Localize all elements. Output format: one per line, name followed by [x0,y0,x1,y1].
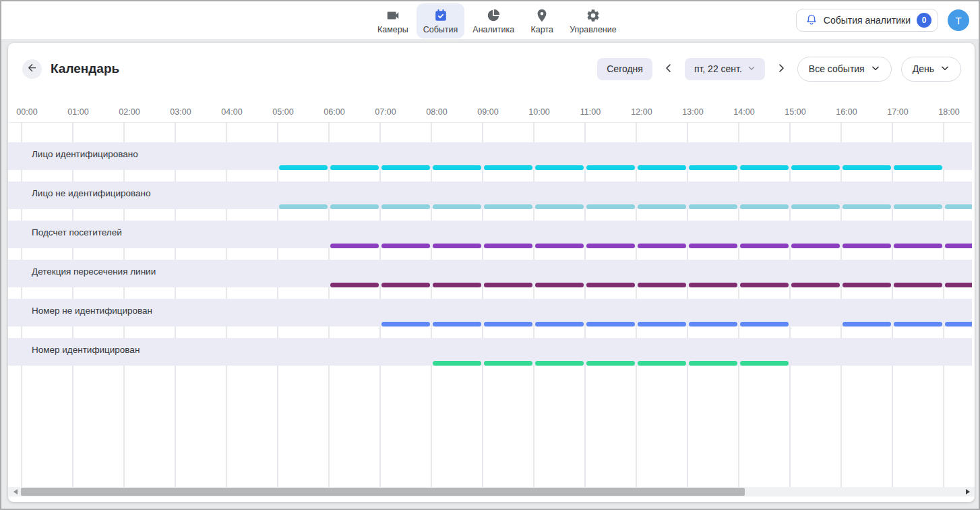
next-day-button[interactable] [774,61,788,77]
event-bar-segment[interactable] [586,322,635,327]
event-bar-segment[interactable] [381,165,430,170]
event-bar-segment[interactable] [484,244,532,248]
event-bar-segment[interactable] [381,204,430,209]
event-bar-segment[interactable] [894,204,942,209]
event-bar-segment[interactable] [791,165,840,170]
event-bar-segment[interactable] [740,361,789,366]
prev-day-button[interactable] [662,61,675,77]
user-avatar[interactable]: T [948,9,969,31]
event-bar-segment[interactable] [586,244,635,248]
horizontal-scrollbar[interactable] [8,487,975,497]
event-bar-segment[interactable] [484,283,532,287]
event-bar-segment[interactable] [740,244,789,248]
hour-label: 15:00 [775,107,816,117]
event-bar-segment[interactable] [433,361,481,366]
event-bar-segment[interactable] [535,361,584,366]
event-bar-segment[interactable] [843,165,891,170]
scroll-left-arrow-icon[interactable] [13,489,18,494]
analytics-events-button[interactable]: События аналитики 0 [796,9,938,32]
scrollbar-thumb[interactable] [21,488,745,496]
today-button[interactable]: Сегодня [597,58,652,80]
event-bar-segment[interactable] [945,322,972,327]
hour-label: 03:00 [160,107,201,117]
event-bar-segment[interactable] [330,283,379,287]
nav-item-map[interactable]: Карта [522,3,561,38]
event-bar-segment[interactable] [945,204,972,209]
event-bar-segment[interactable] [535,165,584,170]
event-bar-segment[interactable] [689,361,737,366]
nav-item-analytics[interactable]: Аналитика [466,3,521,38]
timeline-grid-row [8,287,972,299]
event-bar-segment[interactable] [381,322,430,327]
event-bar-segment[interactable] [791,244,840,248]
event-bar-segment[interactable] [638,361,686,366]
event-bar-segment[interactable] [484,361,532,366]
event-bar-segment[interactable] [894,244,942,248]
event-bar-segment[interactable] [484,165,532,170]
nav-item-events[interactable]: События [417,3,465,38]
event-bar-segment[interactable] [586,283,635,287]
event-bar-segment[interactable] [535,322,584,327]
date-picker-button[interactable]: пт, 22 сент. [685,58,765,80]
event-bar-segment[interactable] [843,204,891,209]
scroll-right-arrow-icon[interactable] [966,489,970,494]
event-bar-segment[interactable] [330,204,379,209]
event-bar-segment[interactable] [484,204,532,209]
event-bar-segment[interactable] [689,283,737,287]
nav-item-cameras[interactable]: Камеры [371,3,415,38]
event-bar-segment[interactable] [433,244,481,248]
event-bar-segment[interactable] [279,204,328,209]
event-bar-segment[interactable] [586,165,635,170]
event-bar-segment[interactable] [689,322,737,327]
event-bar-segment[interactable] [740,204,789,209]
event-bar-segment[interactable] [689,244,737,248]
event-bar-segment[interactable] [843,283,891,287]
event-bar-segment[interactable] [740,322,789,327]
bell-icon [805,13,818,28]
event-bar-segment[interactable] [894,322,942,327]
event-bar-segment[interactable] [843,322,891,327]
view-mode-label: День [913,63,934,74]
hour-label: 06:00 [314,107,355,117]
event-bar-segment[interactable] [894,283,942,287]
event-bar-segment[interactable] [535,204,584,209]
event-bar-segment[interactable] [586,204,635,209]
view-mode-dropdown[interactable]: День [901,57,961,82]
event-bar-segment[interactable] [433,204,481,209]
events-filter-dropdown[interactable]: Все события [797,57,892,82]
event-bar-segment[interactable] [330,165,379,170]
event-bar-segment[interactable] [791,283,840,287]
event-bar-segment[interactable] [945,244,972,248]
event-bar-segment[interactable] [638,322,686,327]
timeline-body: 00:0001:0002:0003:0004:0005:0006:0007:00… [8,104,972,487]
camera-icon [386,8,400,23]
event-bar-segment[interactable] [894,165,942,170]
event-bar-segment[interactable] [535,283,584,287]
event-bar-segment[interactable] [638,165,686,170]
hour-label: 18:00 [929,107,969,117]
event-bar-segment[interactable] [433,322,481,327]
event-bar-segment[interactable] [535,244,584,248]
event-bar-segment[interactable] [381,283,430,287]
nav-item-management[interactable]: Управление [563,3,623,38]
event-bar-segment[interactable] [843,244,891,248]
event-bar-segment[interactable] [638,283,686,287]
event-bar-segment[interactable] [381,244,430,248]
event-bar-segment[interactable] [945,283,972,287]
event-bar-segment[interactable] [740,283,789,287]
event-bar-segment[interactable] [689,165,737,170]
event-bar-segment[interactable] [791,204,840,209]
arrow-left-icon [26,62,38,76]
event-row-label: Лицо идентифицировано [32,149,138,159]
event-bar-segment[interactable] [484,322,532,327]
event-bar-segment[interactable] [330,244,379,248]
event-bar-segment[interactable] [638,244,686,248]
event-bar-segment[interactable] [433,165,481,170]
event-bar-segment[interactable] [279,165,328,170]
event-bar-segment[interactable] [740,165,789,170]
event-bar-segment[interactable] [638,204,686,209]
event-bar-segment[interactable] [689,204,737,209]
event-bar-segment[interactable] [433,283,481,287]
back-button[interactable] [22,59,42,79]
event-bar-segment[interactable] [586,361,635,366]
